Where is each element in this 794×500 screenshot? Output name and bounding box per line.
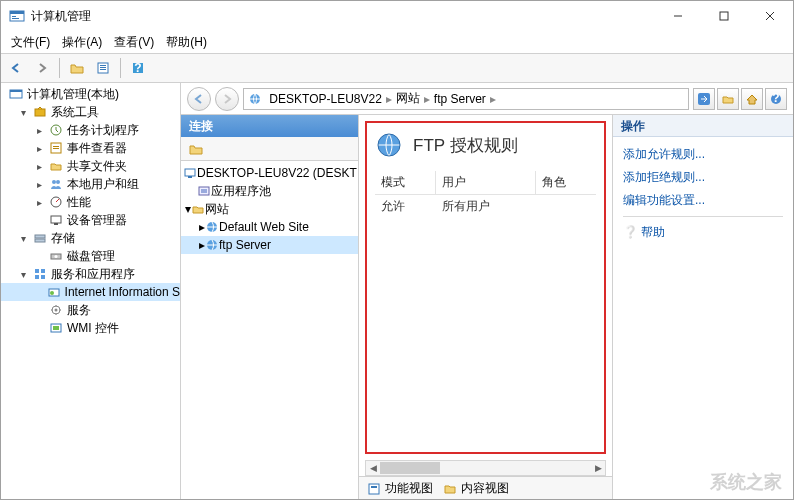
scroll-right-icon[interactable]: ▶ [591,461,605,475]
col-mode[interactable]: 模式 [375,171,436,195]
svg-rect-26 [35,235,45,238]
breadcrumb-site[interactable]: ftp Server [434,92,486,106]
conn-defaultwebsite[interactable]: ▸Default Web Site [181,218,358,236]
forward-button[interactable] [31,57,53,79]
svg-rect-39 [53,326,59,330]
svg-point-22 [56,180,60,184]
tree-tasksched[interactable]: ▸任务计划程序 [1,121,180,139]
menu-help[interactable]: 帮助(H) [160,32,213,53]
svg-rect-15 [10,90,22,92]
tree-devmgr[interactable]: 设备管理器 [1,211,180,229]
svg-rect-3 [12,18,19,19]
action-add-deny[interactable]: 添加拒绝规则... [623,166,783,189]
tab-feature-view[interactable]: 功能视图 [367,480,433,497]
properties-button[interactable] [92,57,114,79]
conn-host[interactable]: DESKTOP-LEU8V22 (DESKT [181,164,358,182]
action-help[interactable]: ❔ 帮助 [623,221,783,244]
maximize-button[interactable] [701,1,747,31]
cell-mode: 允许 [375,195,436,219]
iis-back-button[interactable] [187,87,211,111]
tree-services[interactable]: 服务 [1,301,180,319]
tree-storage[interactable]: ▾存储 [1,229,180,247]
svg-rect-24 [51,216,61,223]
chevron-right-icon: ▸ [490,92,496,106]
action-edit-feature[interactable]: 编辑功能设置... [623,189,783,212]
scroll-thumb[interactable] [380,462,440,474]
tree-systools[interactable]: ▾系统工具 [1,103,180,121]
tree-shared[interactable]: ▸共享文件夹 [1,157,180,175]
horizontal-scrollbar[interactable]: ◀ ▶ [365,460,606,476]
window-buttons [655,1,793,31]
tree-iis[interactable]: Internet Information S [1,283,180,301]
folder-button[interactable] [66,57,88,79]
tree-root-label: 计算机管理(本地) [27,86,119,103]
iis-explore-button[interactable] [717,88,739,110]
tree-wmi[interactable]: WMI 控件 [1,319,180,337]
iis-go-button[interactable] [693,88,715,110]
actions-list: 添加允许规则... 添加拒绝规则... 编辑功能设置... ❔ 帮助 [613,137,793,250]
tab-content-view[interactable]: 内容视图 [443,480,509,497]
tree-perf[interactable]: ▸性能 [1,193,180,211]
conn-apppools[interactable]: 应用程序池 [181,182,358,200]
back-button[interactable] [5,57,27,79]
svg-rect-16 [35,109,45,116]
connections-tree[interactable]: DESKTOP-LEU8V22 (DESKT 应用程序池 ▾网站 ▸Defaul… [181,161,358,500]
conn-dws-label: Default Web Site [219,220,309,234]
rules-table[interactable]: 模式 用户 角色 允许 所有用户 [375,171,596,218]
col-user[interactable]: 用户 [436,171,536,195]
svg-rect-33 [41,275,45,279]
col-role[interactable]: 角色 [535,171,596,195]
globe-icon [375,131,403,159]
help-button[interactable]: ? [127,57,149,79]
svg-rect-27 [35,239,45,242]
table-row[interactable]: 允许 所有用户 [375,195,596,219]
scroll-left-icon[interactable]: ◀ [366,461,380,475]
svg-point-21 [52,180,56,184]
svg-rect-5 [720,12,728,20]
svg-rect-9 [100,65,106,66]
conn-apppools-label: 应用程序池 [211,183,271,200]
conn-sites[interactable]: ▾网站 [181,200,358,218]
tree-diskmgmt-label: 磁盘管理 [67,248,115,265]
table-header-row: 模式 用户 角色 [375,171,596,195]
main: 计算机管理(本地) ▾系统工具 ▸任务计划程序 ▸事件查看器 ▸共享文件夹 ▸本… [1,83,793,500]
tree-localusers[interactable]: ▸本地用户和组 [1,175,180,193]
svg-rect-32 [35,275,39,279]
svg-rect-1 [10,11,24,14]
menu-action[interactable]: 操作(A) [56,32,108,53]
conn-folder-button[interactable] [185,138,207,160]
iis-home-button[interactable] [741,88,763,110]
conn-ftpserver[interactable]: ▸ftp Server [181,236,358,254]
mmc-tree[interactable]: 计算机管理(本地) ▾系统工具 ▸任务计划程序 ▸事件查看器 ▸共享文件夹 ▸本… [1,83,181,500]
tree-iis-label: Internet Information S [65,285,180,299]
app-icon [9,8,25,24]
menu-view[interactable]: 查看(V) [108,32,160,53]
svg-point-29 [55,255,58,258]
toolbar: ? [1,53,793,83]
tree-eventvwr[interactable]: ▸事件查看器 [1,139,180,157]
menu-file[interactable]: 文件(F) [5,32,56,53]
minimize-button[interactable] [655,1,701,31]
iis-help-button[interactable]: ? [765,88,787,110]
menubar: 文件(F) 操作(A) 查看(V) 帮助(H) [1,31,793,53]
breadcrumb[interactable]: DESKTOP-LEU8V22 ▸ 网站 ▸ ftp Server ▸ [243,88,689,110]
iis-forward-button[interactable] [215,87,239,111]
tree-localusers-label: 本地用户和组 [67,176,139,193]
svg-rect-20 [53,148,59,149]
breadcrumb-host[interactable]: DESKTOP-LEU8V22 [248,92,382,106]
action-add-allow[interactable]: 添加允许规则... [623,143,783,166]
tree-tasksched-label: 任务计划程序 [67,122,139,139]
tree-apps[interactable]: ▾服务和应用程序 [1,265,180,283]
tree-root[interactable]: 计算机管理(本地) [1,85,180,103]
iis-pane: DESKTOP-LEU8V22 ▸ 网站 ▸ ftp Server ▸ ? 连接 [181,83,793,500]
close-button[interactable] [747,1,793,31]
breadcrumb-sites[interactable]: 网站 [396,90,420,107]
tree-diskmgmt[interactable]: 磁盘管理 [1,247,180,265]
iis-body: 连接 DESKTOP-LEU8V22 (DESKT 应用程序池 ▾网站 ▸Def… [181,115,793,500]
tree-eventvwr-label: 事件查看器 [67,140,127,157]
svg-rect-53 [371,486,377,488]
svg-rect-25 [54,223,58,225]
svg-rect-19 [53,146,59,147]
conn-sites-label: 网站 [205,201,229,218]
svg-rect-44 [185,169,195,176]
